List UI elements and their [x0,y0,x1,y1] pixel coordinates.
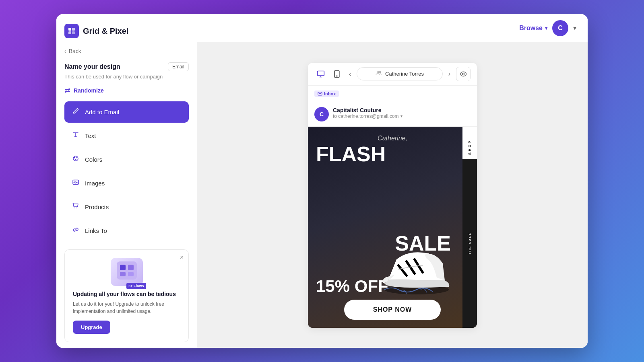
menu-item-text-label: Text [85,132,96,139]
sender-to-text: to catherine.torres@gmail.com [333,113,399,119]
promo-flows-icon [117,261,137,282]
svg-rect-16 [128,272,134,276]
logo-icon [64,24,79,38]
menu-items: Add to Email Text [64,101,189,241]
user-name-pill: Catherine Torres [357,67,442,80]
svg-point-10 [74,208,75,208]
sender-to: to catherine.torres@gmail.com ▾ [333,113,471,119]
svg-rect-12 [117,261,137,280]
randomize-icon: ⇄ [64,86,70,95]
randomize-label: Randomize [74,87,104,94]
preview-toolbar: ‹ Catherine Torres [308,63,477,86]
sidebar: Grid & Pixel ‹ Back Name your design Ema… [56,14,197,348]
sender-dropdown-icon: ▾ [400,114,402,118]
email-preview: Inbox C Capitalist Couture to cat [308,86,477,328]
browse-label: Browse [519,25,543,32]
back-arrow-icon: ‹ [64,48,66,54]
next-user-button[interactable]: › [446,69,453,79]
top-navbar: Browse ▾ C ▾ [197,14,588,42]
side-banner-top: SHOP [462,127,477,159]
promo-title: Updating all your flows can be tedious [73,291,180,297]
flash-sale-background: Catherine, FLASH SALE 15% OFF [308,127,477,328]
email-badge: Email [168,62,189,71]
pencil-icon [71,107,80,117]
menu-item-images[interactable]: Images [64,173,189,194]
svg-point-22 [462,73,464,75]
logo-text: Grid & Pixel [83,27,128,36]
promo-close-button[interactable]: × [180,254,184,261]
nav-right: Browse ▾ C ▾ [519,20,576,36]
side-banner-bottom: THE SALE [462,159,477,328]
mobile-view-button[interactable] [330,68,343,80]
menu-item-add-to-email[interactable]: Add to Email [64,101,189,123]
preview-area: ‹ Catherine Torres [197,42,588,348]
user-avatar[interactable]: C [552,20,568,36]
email-inbox-header: Inbox [308,86,477,102]
back-link[interactable]: ‹ Back [64,48,189,54]
desktop-view-button[interactable] [314,68,327,80]
menu-item-colors-label: Colors [85,156,102,163]
design-subtitle: This can be used for any flow or campaig… [64,74,189,80]
email-sender: C Capitalist Couture to catherine.torres… [308,102,477,127]
design-title: Name your design [64,63,120,70]
promo-image: 6+ Flows [111,258,143,286]
side-banner: SHOP THE SALE [462,127,477,328]
user-group-icon [376,70,382,78]
logo-area: Grid & Pixel [64,24,189,38]
user-initial: C [558,25,563,32]
shop-now-area: SHOP NOW [324,300,461,320]
sender-name: Capitalist Couture [333,107,471,113]
menu-item-products-label: Products [85,204,109,210]
sneaker-image [376,227,457,300]
menu-item-colors[interactable]: Colors [64,149,189,170]
randomize-button[interactable]: ⇄ Randomize [64,86,189,95]
greeting-text: Catherine, [316,135,469,142]
menu-item-links-label: Links To [85,227,107,234]
shop-now-button[interactable]: SHOP NOW [344,300,441,320]
promo-card: × 6+ Flows [64,249,189,342]
preview-user-name: Catherine Torres [385,71,424,77]
images-icon [71,179,80,188]
svg-point-11 [76,208,77,208]
inbox-badge: Inbox [314,90,339,97]
menu-item-text[interactable]: Text [64,125,189,146]
side-shop-text: SHOP [468,131,472,155]
svg-point-19 [336,76,337,76]
svg-rect-2 [68,31,71,34]
menu-item-links-to[interactable]: Links To [64,220,189,241]
colors-icon [71,155,80,164]
svg-rect-1 [72,28,75,31]
svg-point-21 [379,71,381,73]
svg-rect-17 [318,71,324,76]
sender-avatar: C [314,107,329,121]
user-menu-chevron[interactable]: ▾ [573,24,576,32]
prev-user-button[interactable]: ‹ [347,69,353,79]
chevron-down-icon: ▾ [545,25,547,31]
sender-info: Capitalist Couture to catherine.torres@g… [333,107,471,119]
menu-item-add-to-email-label: Add to Email [85,109,119,115]
svg-rect-0 [68,28,71,31]
promo-illustration: 6+ Flows [73,258,180,286]
promo-desc: Let us do it for you! Upgrade to unlock … [73,300,180,315]
back-label: Back [69,48,81,54]
main-content: Browse ▾ C ▾ [197,14,588,348]
svg-point-20 [377,71,379,73]
menu-item-products[interactable]: Products [64,196,189,218]
svg-point-7 [75,159,76,160]
sender-initial: C [320,111,324,117]
text-icon [71,131,80,140]
preview-card: ‹ Catherine Torres [308,63,477,328]
design-header: Name your design Email [64,62,189,71]
inbox-label: Inbox [324,91,336,96]
browse-button[interactable]: Browse ▾ [519,25,547,32]
upgrade-button[interactable]: Upgrade [73,321,110,334]
side-sale-text: THE SALE [468,232,472,255]
links-icon [71,226,80,235]
svg-point-6 [76,157,78,158]
svg-rect-8 [73,180,78,185]
products-icon [71,202,80,212]
menu-item-images-label: Images [85,180,105,187]
flash-text: FLASH [316,144,469,165]
preview-eye-button[interactable] [456,67,471,81]
svg-rect-3 [72,31,75,34]
